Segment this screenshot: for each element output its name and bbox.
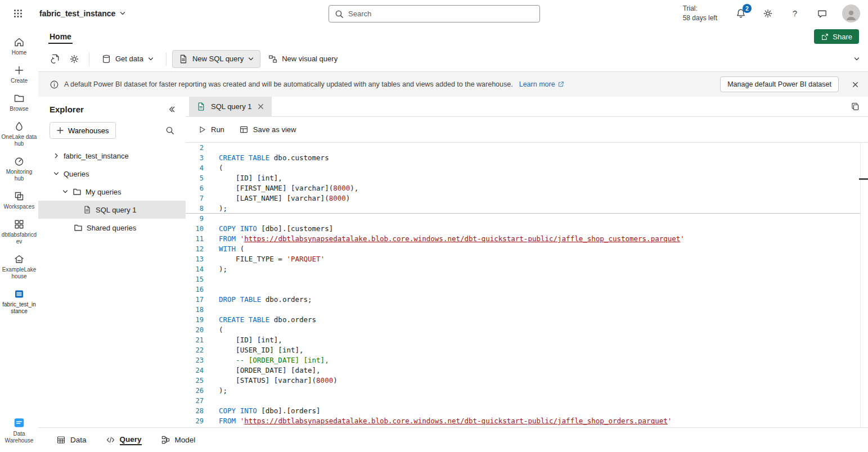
nav-item-examplelakehouse[interactable]: ExampleLakehouse bbox=[1, 250, 38, 284]
notifications-button[interactable]: 2 bbox=[734, 7, 748, 20]
code-line-13[interactable]: 13 FILE_TYPE = 'PARQUET' bbox=[186, 254, 860, 264]
ribbon-collapse-button[interactable] bbox=[853, 56, 860, 62]
new-sql-query-button[interactable]: New SQL query bbox=[172, 50, 260, 68]
save-as-view-icon bbox=[239, 125, 249, 134]
explorer-search-icon[interactable] bbox=[165, 126, 174, 135]
model-icon bbox=[161, 435, 170, 445]
onelake-icon bbox=[14, 121, 25, 132]
code-line-28[interactable]: 28COPY INTO [dbo].[orders] bbox=[186, 406, 860, 416]
workspaces-icon bbox=[14, 191, 25, 202]
save-as-view-button[interactable]: Save as view bbox=[239, 125, 296, 134]
code-line-9[interactable]: 9 bbox=[186, 214, 860, 224]
code-line-18[interactable]: 18 bbox=[186, 305, 860, 315]
tree-item-fabric-test-instance[interactable]: fabric_test_instance bbox=[38, 147, 186, 165]
get-data-button[interactable]: Get data bbox=[95, 50, 160, 68]
copy-icon[interactable] bbox=[851, 102, 860, 111]
line-number: 4 bbox=[186, 163, 204, 173]
chevron-down-icon[interactable] bbox=[62, 188, 69, 195]
avatar[interactable] bbox=[842, 4, 860, 22]
code-line-14[interactable]: 14); bbox=[186, 264, 860, 274]
collapse-explorer-icon[interactable] bbox=[167, 105, 176, 114]
refresh-button[interactable] bbox=[46, 50, 64, 68]
view-tab-data[interactable]: Data bbox=[56, 435, 87, 445]
tree-item-shared-queries[interactable]: Shared queries bbox=[38, 219, 186, 237]
view-tab-query[interactable]: Query bbox=[106, 435, 142, 445]
search-input[interactable] bbox=[348, 10, 534, 18]
nav-item-browse[interactable]: Browse bbox=[1, 89, 38, 117]
code-line-6[interactable]: 6 [FIRST_NAME] [varchar](8000), bbox=[186, 183, 860, 193]
help-button[interactable]: ? bbox=[788, 7, 802, 20]
nav-item-fabric-test-instance[interactable]: fabric_test_instance bbox=[1, 284, 38, 319]
settings-button[interactable] bbox=[65, 50, 83, 68]
line-number: 2 bbox=[186, 143, 204, 153]
feedback-icon bbox=[817, 8, 827, 19]
code-line-19[interactable]: 19CREATE TABLE dbo.orders bbox=[186, 315, 860, 325]
code-line-5[interactable]: 5 [ID] [int], bbox=[186, 173, 860, 183]
code-line-3[interactable]: 3CREATE TABLE dbo.customers bbox=[186, 153, 860, 163]
code-line-10[interactable]: 10COPY INTO [dbo].[customers] bbox=[186, 224, 860, 234]
tab-sql-query-1[interactable]: SQL query 1 bbox=[189, 97, 272, 117]
line-number: 23 bbox=[186, 355, 204, 365]
share-button[interactable]: Share bbox=[814, 29, 859, 44]
feedback-button[interactable] bbox=[815, 7, 829, 20]
tree-item-sql-query-1[interactable]: SQL query 1 bbox=[38, 201, 186, 219]
code-line-25[interactable]: 25 [STATUS] [varchar](8000) bbox=[186, 376, 860, 386]
code-line-26[interactable]: 26); bbox=[186, 386, 860, 396]
settings-button-top[interactable] bbox=[761, 7, 775, 20]
code-line-2[interactable]: 2 bbox=[186, 143, 860, 153]
close-banner-icon[interactable] bbox=[852, 81, 859, 88]
chevron-down-icon[interactable] bbox=[53, 170, 60, 177]
divider bbox=[89, 52, 89, 66]
line-number: 14 bbox=[186, 264, 204, 274]
nav-item-monitoring-hub[interactable]: Monitoring hub bbox=[1, 152, 38, 187]
code-line-8[interactable]: 8); bbox=[186, 204, 860, 214]
code-line-7[interactable]: 7 [LAST_NAME] [varchar](8000) bbox=[186, 193, 860, 204]
editor-scrollbar[interactable] bbox=[860, 143, 868, 427]
tree-item-my-queries[interactable]: My queries bbox=[38, 183, 186, 201]
info-banner: A default Power BI dataset for faster re… bbox=[38, 72, 868, 97]
line-number: 15 bbox=[186, 274, 204, 284]
code-line-22[interactable]: 22 [USER_ID] [int], bbox=[186, 345, 860, 355]
nav-rail: HomeCreateBrowseOneLake data hubMonitori… bbox=[0, 27, 38, 452]
tab-home[interactable]: Home bbox=[48, 29, 73, 44]
tree-item-queries[interactable]: Queries bbox=[38, 165, 186, 183]
code-line-11[interactable]: 11FROM 'https://dbtlabsynapsedatalake.bl… bbox=[186, 234, 860, 244]
line-number: 8 bbox=[186, 204, 204, 213]
code-line-29[interactable]: 29FROM 'https://dbtlabsynapsedatalake.bl… bbox=[186, 416, 860, 426]
code-line-21[interactable]: 21 [ID] [int], bbox=[186, 335, 860, 345]
code-line-27[interactable]: 27 bbox=[186, 396, 860, 406]
run-button[interactable]: Run bbox=[198, 125, 224, 134]
line-number: 7 bbox=[186, 193, 204, 204]
manage-dataset-button[interactable]: Manage default Power BI dataset bbox=[720, 76, 839, 92]
warehouses-button[interactable]: Warehouses bbox=[50, 122, 116, 139]
data-warehouse-icon bbox=[13, 417, 25, 429]
view-tab-model[interactable]: Model bbox=[161, 435, 196, 445]
close-tab-icon[interactable] bbox=[257, 103, 264, 110]
line-number: 19 bbox=[186, 315, 204, 325]
search-box[interactable] bbox=[329, 5, 540, 22]
code-line-12[interactable]: 12WITH ( bbox=[186, 244, 860, 254]
code-line-17[interactable]: 17DROP TABLE dbo.orders; bbox=[186, 295, 860, 305]
line-number: 25 bbox=[186, 376, 204, 386]
new-visual-query-button[interactable]: New visual query bbox=[262, 50, 344, 68]
nav-item-onelake-data-hub[interactable]: OneLake data hub bbox=[1, 117, 38, 152]
nav-item-workspaces[interactable]: Workspaces bbox=[1, 187, 38, 215]
code-editor[interactable]: 23CREATE TABLE dbo.customers4(5 [ID] [in… bbox=[186, 143, 868, 427]
chevron-right-icon[interactable] bbox=[53, 152, 60, 159]
workspace-switcher[interactable]: fabric_test_instance bbox=[39, 9, 126, 18]
nav-item-home[interactable]: Home bbox=[1, 33, 38, 61]
code-line-16[interactable]: 16 bbox=[186, 284, 860, 295]
line-number: 22 bbox=[186, 345, 204, 355]
code-line-20[interactable]: 20( bbox=[186, 325, 860, 335]
code-line-15[interactable]: 15 bbox=[186, 274, 860, 284]
grid4-icon bbox=[14, 219, 25, 230]
code-line-4[interactable]: 4( bbox=[186, 163, 860, 173]
code-line-24[interactable]: 24 [ORDER_DATE] [date], bbox=[186, 365, 860, 376]
learn-more-link[interactable]: Learn more bbox=[519, 80, 564, 88]
nav-item-data-warehouse[interactable]: Data Warehouse bbox=[1, 413, 38, 449]
nav-item-dbtlabsfabricdev[interactable]: dbtlabsfabricdev bbox=[1, 215, 38, 250]
nav-item-create[interactable]: Create bbox=[1, 61, 38, 89]
folder20-icon bbox=[14, 93, 25, 104]
code-line-23[interactable]: 23 -- [ORDER_DATE] [int], bbox=[186, 355, 860, 365]
app-launcher-icon[interactable] bbox=[5, 0, 32, 27]
